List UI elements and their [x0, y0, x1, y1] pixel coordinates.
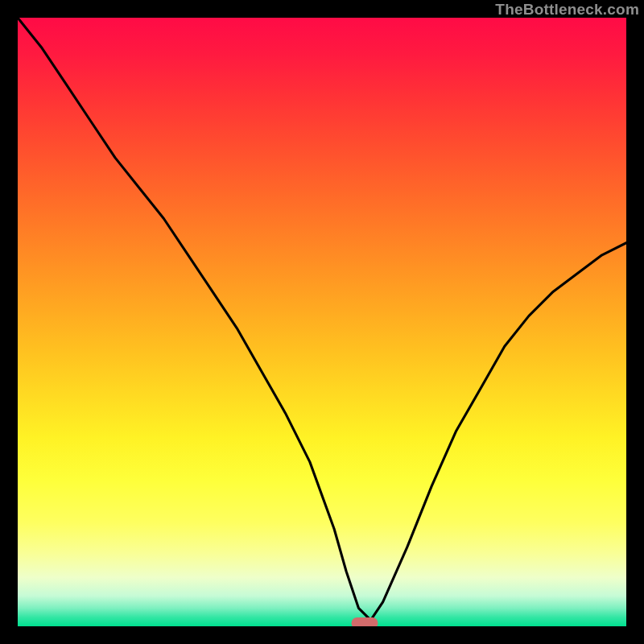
chart-plot-area [18, 18, 626, 626]
bottleneck-curve [18, 18, 626, 626]
chart-frame: TheBottleneck.com [0, 0, 644, 644]
watermark-text: TheBottleneck.com [495, 1, 639, 19]
selected-config-marker [351, 617, 378, 626]
